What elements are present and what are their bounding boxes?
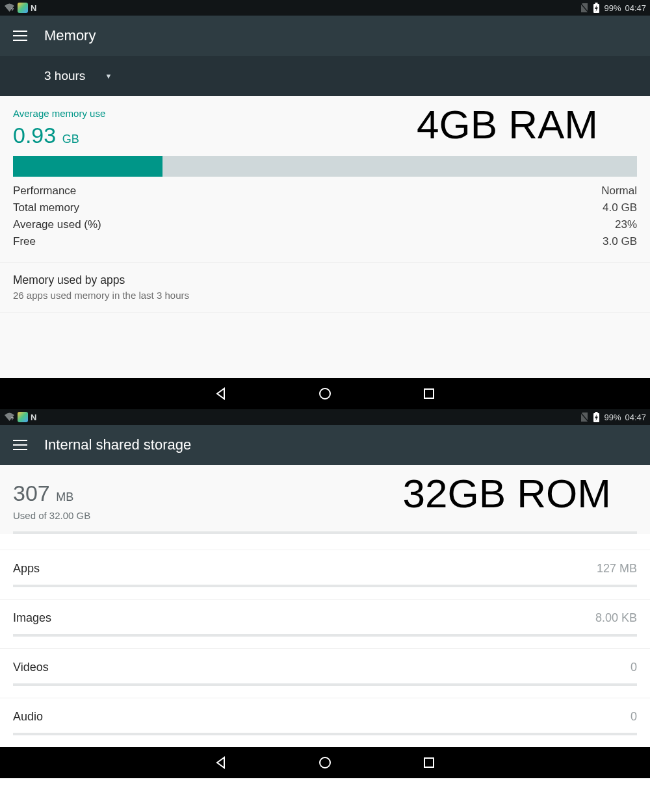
wifi-question-icon: ? <box>4 3 15 12</box>
app-icon <box>18 412 28 422</box>
time-range-label: 3 hours <box>44 69 85 83</box>
status-bar-top: ? N 99% 04:47 <box>0 0 650 16</box>
stat-value: 4.0 GB <box>603 201 637 214</box>
category-bar <box>13 733 637 735</box>
stat-value: Normal <box>601 184 637 197</box>
blank-area <box>0 313 650 378</box>
category-size: 0 <box>630 661 637 674</box>
category-bar <box>13 634 637 637</box>
wifi-question-icon: ? <box>4 412 15 422</box>
sd-card-off-icon <box>580 412 589 422</box>
menu-icon[interactable] <box>13 440 27 450</box>
memory-bar <box>13 156 637 177</box>
category-name: Apps <box>13 562 40 576</box>
storage-category[interactable]: Audio0 <box>0 698 650 735</box>
battery-percent: 99% <box>604 3 621 13</box>
apps-row-subtitle: 26 apps used memory in the last 3 hours <box>13 290 637 301</box>
ram-annotation: 4GB RAM <box>417 101 598 147</box>
nav-home-button[interactable] <box>318 387 332 401</box>
navigation-bar-top <box>0 378 650 409</box>
memory-stat-row: Free3.0 GB <box>13 235 637 248</box>
stat-label: Average used (%) <box>13 218 101 231</box>
memory-action-bar: Memory <box>0 16 650 56</box>
storage-category[interactable]: Videos0 <box>0 648 650 686</box>
category-bar <box>13 585 637 587</box>
stat-label: Free <box>13 235 36 248</box>
apps-row-title: Memory used by apps <box>13 273 637 287</box>
category-size: 0 <box>630 710 637 724</box>
battery-percent: 99% <box>604 412 621 422</box>
page-title: Internal shared storage <box>44 437 191 453</box>
memory-stat-row: PerformanceNormal <box>13 184 637 197</box>
memory-bar-fill <box>13 156 162 177</box>
status-bar-bottom: ? N 99% 04:47 <box>0 409 650 425</box>
svg-rect-7 <box>595 412 598 413</box>
category-name: Videos <box>13 661 49 674</box>
nav-recents-button[interactable] <box>422 387 436 401</box>
svg-point-8 <box>320 757 330 768</box>
n-letter-icon: N <box>31 412 36 422</box>
battery-charging-icon <box>593 412 600 423</box>
sd-card-off-icon <box>580 3 589 13</box>
divider <box>0 312 650 313</box>
storage-summary: 32GB ROM 307 MB Used of 32.00 GB <box>0 465 650 534</box>
rom-annotation: 32GB ROM <box>403 470 611 516</box>
n-letter-icon: N <box>31 3 36 13</box>
page-title: Memory <box>44 27 96 44</box>
category-bar <box>13 683 637 686</box>
memory-stat-row: Average used (%)23% <box>13 218 637 231</box>
stat-value: 3.0 GB <box>603 235 637 248</box>
storage-category-list: Apps127 MBImages8.00 KBVideos0Audio0 <box>0 550 650 735</box>
storage-bar <box>13 531 637 534</box>
svg-point-3 <box>320 388 330 399</box>
storage-category[interactable]: Images8.00 KB <box>0 599 650 637</box>
stat-label: Performance <box>13 184 76 197</box>
category-size: 127 MB <box>597 562 637 576</box>
nav-home-button[interactable] <box>318 755 332 770</box>
nav-recents-button[interactable] <box>422 755 436 770</box>
storage-category[interactable]: Apps127 MB <box>0 550 650 587</box>
menu-icon[interactable] <box>13 31 27 41</box>
svg-text:?: ? <box>11 416 14 421</box>
nav-back-button[interactable] <box>214 387 228 401</box>
stat-value: 23% <box>615 218 637 231</box>
nav-back-button[interactable] <box>214 755 228 770</box>
time-range-selector[interactable]: 3 hours ▼ <box>0 56 650 96</box>
svg-rect-9 <box>424 758 434 767</box>
status-time: 04:47 <box>625 3 646 13</box>
memory-used-by-apps[interactable]: Memory used by apps 26 apps used memory … <box>13 263 637 312</box>
stat-label: Total memory <box>13 201 79 214</box>
memory-summary: 4GB RAM Average memory use 0.93 GB Perfo… <box>0 96 650 313</box>
svg-rect-2 <box>595 3 598 4</box>
svg-text:?: ? <box>11 7 14 12</box>
battery-charging-icon <box>593 3 600 14</box>
svg-rect-4 <box>424 389 434 398</box>
category-name: Audio <box>13 710 43 724</box>
status-time: 04:47 <box>625 412 646 422</box>
category-size: 8.00 KB <box>595 611 637 625</box>
chevron-down-icon: ▼ <box>105 72 112 80</box>
memory-stat-row: Total memory4.0 GB <box>13 201 637 214</box>
storage-action-bar: Internal shared storage <box>0 425 650 465</box>
category-name: Images <box>13 611 51 625</box>
navigation-bar-bottom <box>0 747 650 778</box>
app-icon <box>18 3 28 13</box>
